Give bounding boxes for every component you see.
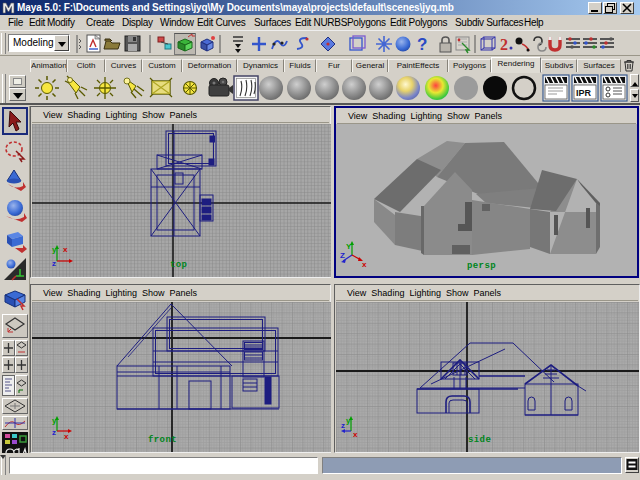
svg-text:y: y (52, 416, 57, 425)
svg-text:y: y (346, 416, 351, 425)
svg-text:z: z (52, 259, 56, 267)
svg-text:x: x (353, 430, 358, 439)
svg-text:x: x (362, 260, 367, 267)
svg-text:z: z (52, 428, 56, 437)
svg-text:z: z (341, 421, 345, 430)
svg-text:IPR: IPR (576, 88, 592, 98)
svg-text:x: x (64, 432, 69, 439)
svg-text:x: x (63, 245, 68, 254)
svg-text:Y: Y (346, 242, 352, 251)
svg-text:Z: Z (340, 251, 345, 260)
svg-text:?: ? (417, 35, 427, 54)
svg-text:y: y (52, 245, 57, 254)
svg-text:2: 2 (500, 36, 508, 53)
